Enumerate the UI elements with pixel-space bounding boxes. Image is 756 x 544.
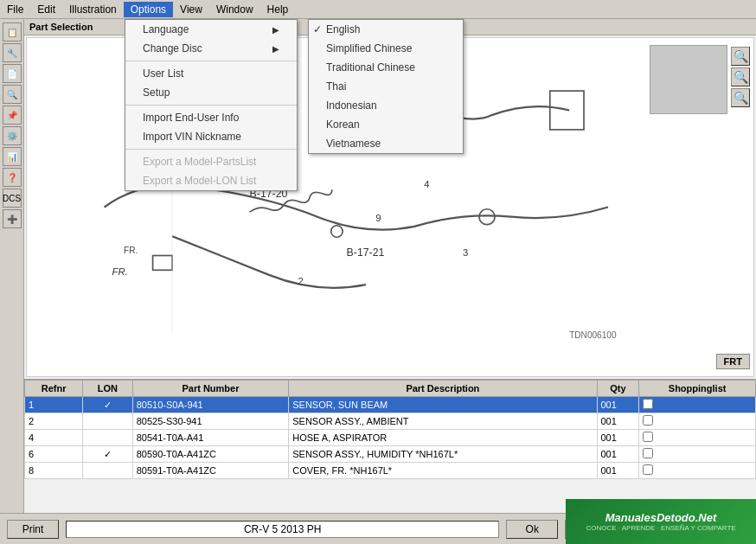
menu-item-userlist[interactable]: User List — [125, 64, 297, 83]
col-header-shop: Shoppinglist — [639, 381, 756, 397]
table-cell[interactable] — [639, 430, 756, 446]
svg-text:4: 4 — [424, 179, 429, 189]
svg-text:9: 9 — [375, 213, 381, 223]
sidebar-btn-10[interactable]: ➕ — [3, 209, 22, 228]
vehicle-label: CR-V 5 2013 PH — [66, 521, 499, 538]
menu-item-export-lon[interactable]: Export a Model-LON List — [125, 171, 297, 190]
parts-tbody: 1✓80510-S0A-941SENSOR, SUN BEAM001280525… — [25, 397, 756, 479]
parts-table-container[interactable]: Refnr LON Part Number Part Description Q… — [24, 379, 756, 513]
zoom-in-button[interactable]: 🔍 — [731, 47, 750, 66]
language-submenu-popup: English Simplified Chinese Traditional C… — [308, 19, 464, 154]
table-cell: 80510-S0A-941 — [132, 397, 289, 413]
menu-sep-3 — [125, 149, 297, 150]
table-cell: SENSOR, SUN BEAM — [289, 397, 597, 413]
table-cell[interactable] — [639, 463, 756, 479]
parts-table: Refnr LON Part Number Part Description Q… — [24, 380, 756, 479]
table-cell: 001 — [597, 463, 639, 479]
table-row[interactable]: 280525-S30-941SENSOR ASSY., AMBIENT001 — [25, 413, 756, 430]
menu-sep-2 — [125, 105, 297, 106]
submenu-item-english[interactable]: English — [309, 20, 463, 39]
menu-window[interactable]: Window — [209, 2, 260, 17]
menu-edit[interactable]: Edit — [30, 2, 62, 17]
submenu-item-simplified-chinese[interactable]: Simplified Chinese — [309, 39, 463, 58]
col-header-partnum: Part Number — [132, 381, 289, 397]
col-header-lon: LON — [83, 381, 132, 397]
table-cell: SENSOR ASSY., HUMIDITY *NH167L* — [289, 446, 597, 463]
table-cell: 8 — [25, 463, 83, 479]
table-cell: 6 — [25, 446, 83, 463]
changedisc-arrow: ▶ — [272, 44, 279, 54]
table-row[interactable]: 880591-T0A-A41ZCCOVER, FR. *NH167L*001 — [25, 463, 756, 479]
svg-text:B-17-21: B-17-21 — [347, 246, 385, 259]
submenu-item-indonesian[interactable]: Indonesian — [309, 96, 463, 115]
sidebar-btn-4[interactable]: 🔍 — [3, 85, 22, 104]
table-cell — [83, 463, 132, 479]
language-arrow: ▶ — [272, 25, 279, 35]
table-cell: 4 — [25, 430, 83, 446]
menu-help[interactable]: Help — [260, 2, 296, 17]
menu-view[interactable]: View — [173, 2, 209, 17]
zoom-buttons: 🔍 🔍 🔍 — [731, 47, 750, 107]
table-cell: COVER, FR. *NH167L* — [289, 463, 597, 479]
table-row[interactable]: 6✓80590-T0A-A41ZCSENSOR ASSY., HUMIDITY … — [25, 446, 756, 463]
table-cell: 001 — [597, 446, 639, 463]
submenu-item-thai[interactable]: Thai — [309, 77, 463, 96]
table-cell: 80541-T0A-A41 — [132, 430, 289, 446]
submenu-item-korean[interactable]: Korean — [309, 115, 463, 134]
watermark-subtitle: CONOCE · APRENDE · ENSEÑA Y COMPARTE — [586, 524, 735, 532]
table-cell[interactable] — [639, 413, 756, 430]
svg-text:FR.: FR. — [112, 266, 128, 277]
col-header-desc: Part Description — [289, 381, 597, 397]
table-row[interactable]: 480541-T0A-A41HOSE A, ASPIRATOR001 — [25, 430, 756, 446]
options-menu-popup: Language ▶ Change Disc ▶ User List Setup… — [125, 19, 298, 191]
col-header-refnr: Refnr — [25, 381, 83, 397]
svg-text:TDN006100: TDN006100 — [569, 330, 617, 340]
menu-item-language[interactable]: Language ▶ — [125, 20, 297, 39]
sidebar-btn-9[interactable]: DCS — [3, 189, 22, 208]
watermark: ManualesDetodo.Net CONOCE · APRENDE · EN… — [566, 499, 756, 544]
menu-item-changedisc[interactable]: Change Disc ▶ — [125, 39, 297, 58]
zoom-fit-button[interactable]: 🔍 — [731, 67, 750, 86]
submenu-item-traditional-chinese[interactable]: Traditional Chinese — [309, 58, 463, 77]
table-cell: ✓ — [83, 446, 132, 463]
table-cell: SENSOR ASSY., AMBIENT — [289, 413, 597, 430]
left-sidebar: 📋 🔧 📄 🔍 📌 ⚙️ 📊 ❓ DCS ➕ — [0, 19, 24, 513]
diagram-gray-box — [650, 45, 727, 114]
menu-item-export-parts[interactable]: Export a Model-PartsList — [125, 152, 297, 171]
menu-item-import-enduser[interactable]: Import End-User Info — [125, 108, 297, 127]
menu-bar: File Edit Illustration Options View Wind… — [0, 0, 756, 19]
sidebar-btn-3[interactable]: 📄 — [3, 64, 22, 83]
menu-item-setup[interactable]: Setup — [125, 83, 297, 102]
menu-illustration[interactable]: Illustration — [62, 2, 124, 17]
table-cell: 001 — [597, 430, 639, 446]
table-row[interactable]: 1✓80510-S0A-941SENSOR, SUN BEAM001 — [25, 397, 756, 413]
submenu-item-vietnamese[interactable]: Vietnamese — [309, 134, 463, 153]
svg-text:FR.: FR. — [124, 246, 138, 255]
table-cell: 2 — [25, 413, 83, 430]
ok-button[interactable]: Ok — [506, 520, 558, 539]
table-cell: 001 — [597, 397, 639, 413]
sidebar-btn-6[interactable]: ⚙️ — [3, 126, 22, 145]
sidebar-btn-5[interactable]: 📌 — [3, 106, 22, 125]
table-cell[interactable] — [639, 397, 756, 413]
table-cell — [83, 413, 132, 430]
table-cell: 80590-T0A-A41ZC — [132, 446, 289, 463]
sidebar-btn-1[interactable]: 📋 — [3, 22, 22, 42]
table-cell[interactable] — [639, 446, 756, 463]
menu-file[interactable]: File — [0, 2, 30, 17]
table-cell: HOSE A, ASPIRATOR — [289, 430, 597, 446]
table-header-row: Refnr LON Part Number Part Description Q… — [25, 381, 756, 397]
print-button[interactable]: Print — [7, 520, 59, 539]
svg-text:3: 3 — [463, 247, 468, 258]
zoom-out-button[interactable]: 🔍 — [731, 88, 750, 107]
menu-item-import-vin[interactable]: Import VIN Nickname — [125, 127, 297, 146]
sidebar-btn-7[interactable]: 📊 — [3, 147, 22, 166]
sidebar-btn-2[interactable]: 🔧 — [3, 43, 22, 62]
col-header-qty: Qty — [597, 381, 639, 397]
sidebar-btn-8[interactable]: ❓ — [3, 168, 22, 187]
table-cell: ✓ — [83, 397, 132, 413]
table-cell — [83, 430, 132, 446]
menu-options[interactable]: Options — [124, 2, 173, 17]
menu-sep-1 — [125, 61, 297, 61]
frt-label: FRT — [716, 354, 750, 369]
